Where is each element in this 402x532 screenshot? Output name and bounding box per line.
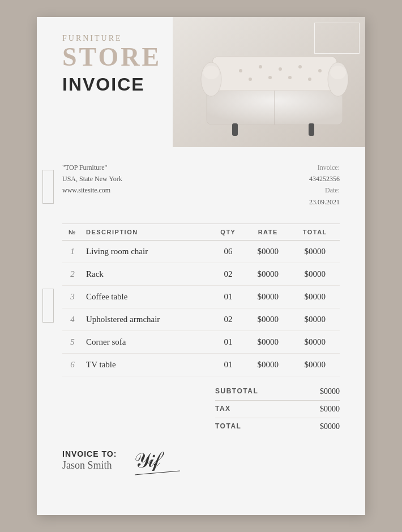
company-name: "TOP Furniture": [62, 162, 122, 173]
row-total: $0000: [290, 286, 340, 308]
row-total: $0000: [290, 331, 340, 354]
subtotal-label: SUBTOTAL: [215, 387, 258, 396]
row-num: 4: [62, 308, 83, 331]
row-rate: $0000: [246, 286, 290, 308]
row-qty: 02: [211, 263, 246, 286]
invoice-to-section: INVOICE TO: Jason Smith 𝒴𝒾𝒻: [37, 435, 365, 490]
col-num: №: [62, 224, 83, 241]
row-num: 6: [62, 354, 83, 376]
svg-rect-18: [309, 123, 314, 136]
company-address: USA, State New York: [62, 173, 122, 185]
row-rate: $0000: [246, 241, 290, 263]
row-rate: $0000: [246, 354, 290, 376]
invoice-table: № DESCRIPTION QTY RATE TOTAL 1 Living ro…: [62, 224, 340, 376]
row-description: Coffee table: [83, 286, 211, 308]
row-total: $0000: [290, 308, 340, 331]
company-info-row: "TOP Furniture" USA, State New York www.…: [37, 152, 365, 218]
table-row: 5 Corner sofa 01 $0000 $0000: [62, 331, 340, 354]
row-rate: $0000: [246, 331, 290, 354]
invoice-date-value: 23.09.2021: [309, 198, 340, 206]
tax-row: TAX $0000: [215, 401, 340, 418]
invoice-to-label: INVOICE TO:: [62, 449, 117, 458]
row-total: $0000: [290, 354, 340, 376]
deco-rect-left-bottom: [42, 289, 54, 323]
client-name: Jason Smith: [62, 460, 117, 471]
row-qty: 01: [211, 286, 246, 308]
total-label: TOTAL: [215, 422, 241, 431]
subtotal-value: $0000: [320, 387, 340, 396]
row-num: 1: [62, 241, 83, 263]
row-total: $0000: [290, 241, 340, 263]
invoice-card: FURNITURE STORE INVOICE "TOP Furniture" …: [37, 17, 365, 515]
invoice-title-label: INVOICE: [62, 74, 365, 95]
company-website: www.sitesite.com: [62, 185, 122, 196]
table-body: 1 Living room chair 06 $0000 $0000 2 Rac…: [62, 241, 340, 376]
row-num: 3: [62, 286, 83, 308]
row-num: 2: [62, 263, 83, 286]
row-qty: 01: [211, 331, 246, 354]
table-header: № DESCRIPTION QTY RATE TOTAL: [62, 224, 340, 241]
invoice-number-label: Invoice: 434252356: [309, 162, 340, 185]
row-description: Upholstered armchair: [83, 308, 211, 331]
tax-label: TAX: [215, 405, 231, 414]
row-qty: 01: [211, 354, 246, 376]
subtotal-row: SUBTOTAL $0000: [215, 383, 340, 401]
deco-rect-left-mid: [42, 170, 54, 204]
table-row: 4 Upholstered armchair 02 $0000 $0000: [62, 308, 340, 331]
total-value: $0000: [320, 422, 340, 431]
table-row: 6 TV table 01 $0000 $0000: [62, 354, 340, 376]
table-row: 3 Coffee table 01 $0000 $0000: [62, 286, 340, 308]
row-qty: 02: [211, 308, 246, 331]
row-rate: $0000: [246, 308, 290, 331]
row-description: Living room chair: [83, 241, 211, 263]
row-num: 5: [62, 331, 83, 354]
col-total: TOTAL: [290, 224, 340, 241]
deco-rect-top-right: [314, 23, 360, 54]
invoice-meta: Invoice: 434252356 Date: 23.09.2021: [309, 162, 340, 208]
table-row: 1 Living room chair 06 $0000 $0000: [62, 241, 340, 263]
row-qty: 06: [211, 241, 246, 263]
row-total: $0000: [290, 263, 340, 286]
totals-section: SUBTOTAL $0000 TAX $0000 TOTAL $0000: [62, 383, 340, 435]
row-rate: $0000: [246, 263, 290, 286]
invoice-number: 434252356: [309, 175, 340, 183]
row-description: Rack: [83, 263, 211, 286]
col-rate: RATE: [246, 224, 290, 241]
svg-rect-17: [232, 123, 238, 136]
signature: 𝒴𝒾𝒻: [133, 446, 181, 475]
table-row: 2 Rack 02 $0000 $0000: [62, 263, 340, 286]
tax-value: $0000: [320, 405, 340, 414]
row-description: Corner sofa: [83, 331, 211, 354]
total-final-row: TOTAL $0000: [215, 418, 340, 435]
row-description: TV table: [83, 354, 211, 376]
invoice-date: Date: 23.09.2021: [309, 185, 340, 208]
col-qty: QTY: [211, 224, 246, 241]
col-description: DESCRIPTION: [83, 224, 211, 241]
company-details: "TOP Furniture" USA, State New York www.…: [62, 162, 122, 196]
